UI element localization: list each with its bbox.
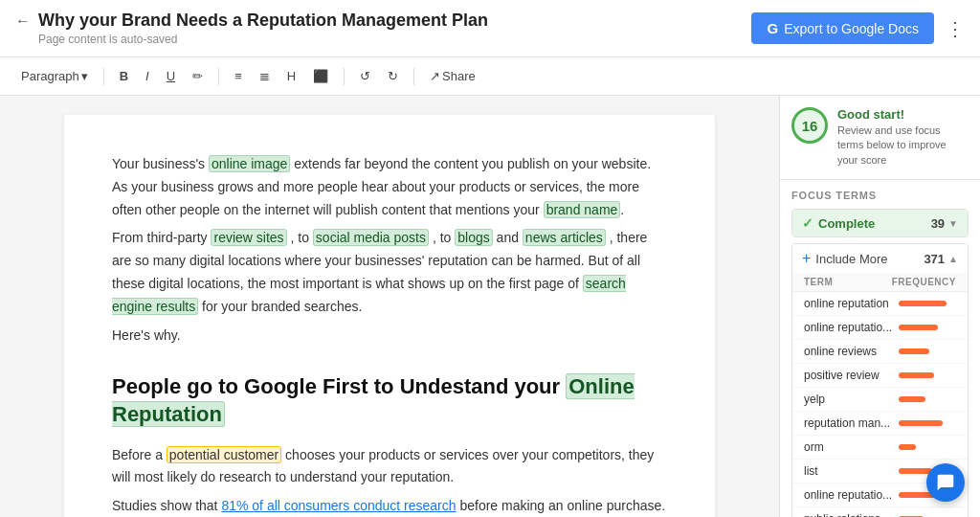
freq-bar-container-3	[899, 372, 956, 378]
complete-count-num: 39	[931, 216, 945, 231]
freq-bar-2	[899, 348, 929, 354]
para2-text-1: From third-party	[112, 230, 211, 245]
term-name-4: yelp	[804, 393, 899, 406]
term-list-item: online reputatio...	[792, 316, 968, 340]
freq-bar-1	[899, 325, 938, 330]
underline-button[interactable]: U	[161, 66, 181, 86]
score-header: 16 Good start! Review and use focus term…	[780, 96, 980, 180]
focus-terms-label: FOCUS TERMS	[791, 190, 969, 201]
header-right: G Export to Google Docs ⋮	[751, 12, 965, 44]
include-more-group-header[interactable]: + Include More 371 ▲	[792, 244, 968, 273]
freq-bar-5	[899, 420, 943, 426]
export-google-docs-button[interactable]: G Export to Google Docs	[751, 12, 934, 44]
editor-area[interactable]: Your business's online image extends far…	[0, 96, 779, 517]
paragraph-5: Studies show that 81% of all consumers c…	[112, 495, 667, 517]
paragraph-1: Your business's online image extends far…	[112, 153, 667, 221]
para2-text-6: for your branded searches.	[198, 299, 362, 314]
freq-bar-container-2	[899, 348, 956, 354]
section-heading-1: People go to Google First to Undestand y…	[112, 373, 667, 428]
google-g-icon: G	[767, 20, 778, 36]
term-list-header: TERM FREQUENCY	[792, 273, 968, 292]
term-name-5: reputation man...	[804, 416, 899, 430]
term-col-header: TERM	[804, 277, 833, 287]
include-more-label: + Include More	[802, 250, 888, 267]
export-btn-label: Export to Google Docs	[784, 21, 919, 36]
freq-bar-3	[899, 372, 934, 378]
paragraph-2: From third-party review sites , to socia…	[112, 227, 667, 318]
freq-bar-0	[899, 301, 947, 306]
term-list-item: positive review	[792, 364, 968, 388]
share-button[interactable]: ↗ Share	[424, 66, 481, 86]
paragraph-chevron-icon: ▾	[81, 69, 88, 83]
include-more-arrow-icon: ▲	[948, 254, 958, 264]
bold-button[interactable]: B	[114, 66, 134, 86]
freq-bar-container-4	[899, 396, 956, 402]
term-list-item: orm	[792, 436, 968, 460]
chat-bubble-button[interactable]	[926, 463, 965, 502]
term-name-1: online reputatio...	[804, 321, 899, 334]
header: ← Why your Brand Needs a Reputation Mana…	[0, 0, 980, 57]
header-left: ← Why your Brand Needs a Reputation Mana…	[15, 11, 488, 46]
chat-icon	[936, 473, 955, 492]
score-subtitle: Review and use focus terms below to impr…	[837, 124, 969, 168]
complete-count: 39 ▼	[931, 216, 958, 231]
toolbar-divider-3	[344, 68, 345, 85]
highlight-blogs: blogs	[455, 229, 492, 246]
check-icon: ✓	[802, 215, 813, 231]
italic-button[interactable]: I	[140, 66, 155, 86]
term-name-9: public relations	[804, 512, 899, 517]
complete-arrow-icon: ▼	[948, 218, 958, 229]
heading-text-1: People go to Google First to Undestand y…	[112, 374, 566, 398]
heading-button[interactable]: H	[281, 66, 301, 86]
back-arrow-icon[interactable]: ←	[15, 12, 31, 30]
freq-bar-container-0	[899, 301, 956, 306]
pen-tool-button[interactable]: ✏	[187, 66, 209, 86]
share-icon: ↗	[430, 69, 440, 83]
more-options-icon[interactable]: ⋮	[946, 17, 965, 40]
autosave-status: Page content is auto-saved	[38, 33, 488, 46]
highlight-brand-name-1: brand name	[544, 201, 621, 218]
toolbar-divider-1	[103, 68, 104, 85]
ordered-list-button[interactable]: ≡	[229, 66, 248, 86]
freq-bar-container-6	[899, 444, 956, 450]
freq-bar-7	[899, 468, 932, 474]
term-name-8: online reputatio...	[804, 488, 899, 502]
paragraph-3: Here's why.	[112, 325, 667, 348]
term-list-item: online reviews	[792, 340, 968, 364]
para2-text-4: and	[493, 230, 523, 245]
toolbar-divider-2	[218, 68, 219, 85]
paragraph-style-selector[interactable]: Paragraph ▾	[15, 66, 94, 86]
term-list-item: public relations	[792, 507, 968, 517]
para2-text-3: , to	[429, 230, 455, 245]
include-more-label-text: Include More	[815, 252, 887, 266]
undo-button[interactable]: ↺	[354, 66, 376, 86]
highlight-news-articles: news articles	[523, 229, 606, 246]
freq-bar-4	[899, 396, 925, 402]
freq-bar-6	[899, 444, 916, 450]
highlight-online-image: online image	[209, 155, 290, 172]
redo-button[interactable]: ↻	[382, 66, 404, 86]
image-button[interactable]: ⬛	[307, 66, 334, 86]
complete-label-text: Complete	[818, 216, 875, 231]
term-list-item: reputation man...	[792, 412, 968, 436]
highlight-review-sites: review sites	[211, 229, 286, 246]
para4-text-1: Before a	[112, 447, 167, 462]
freq-col-header: FREQUENCY	[892, 277, 956, 287]
share-label: Share	[442, 69, 476, 83]
paragraph-4: Before a potential customer chooses your…	[112, 444, 667, 490]
right-panel: 16 Good start! Review and use focus term…	[779, 96, 980, 517]
editor-page[interactable]: Your business's online image extends far…	[64, 115, 715, 517]
header-title-row: ← Why your Brand Needs a Reputation Mana…	[15, 11, 488, 31]
term-name-2: online reviews	[804, 345, 899, 358]
unordered-list-button[interactable]: ≣	[254, 66, 276, 86]
link-consumers-research[interactable]: 81% of all consumers conduct research	[221, 498, 456, 513]
include-more-count-num: 371	[924, 252, 945, 266]
freq-bar-container-5	[899, 420, 956, 426]
complete-group-header[interactable]: ✓ Complete 39 ▼	[792, 210, 968, 236]
para1-end: .	[620, 202, 624, 217]
plus-icon: +	[802, 250, 811, 267]
score-title: Good start!	[837, 107, 969, 122]
para2-text-2: , to	[287, 230, 313, 245]
term-name-7: list	[804, 464, 899, 478]
term-list-item: online reputation	[792, 292, 968, 316]
